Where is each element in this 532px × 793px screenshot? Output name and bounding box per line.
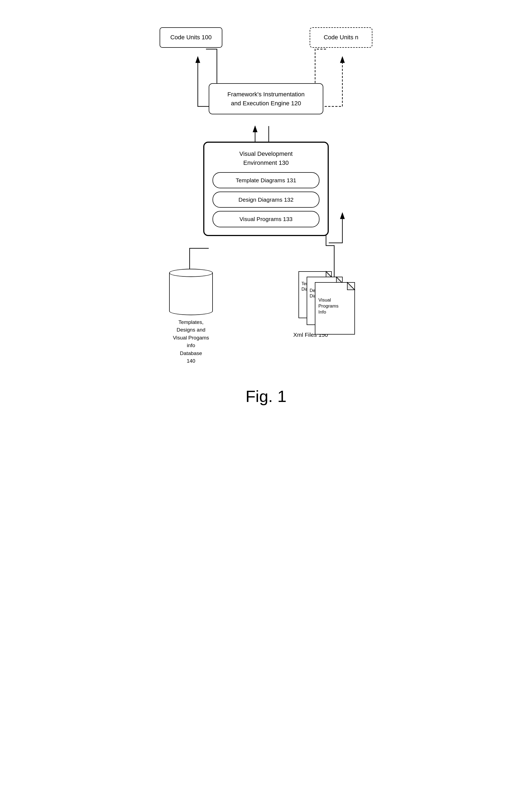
xml-files-container: Tem Diagra Design Diagrams Visual — [285, 269, 373, 338]
vde-title: Visual Development Environment 130 — [212, 149, 320, 167]
code-units-n-box: Code Units n — [310, 27, 373, 48]
db-body — [169, 273, 213, 311]
template-diagrams-box: Template Diagrams 131 — [212, 172, 320, 188]
top-row: Code Units 100 Code Units n — [159, 27, 373, 48]
design-diagrams-box: Design Diagrams 132 — [212, 192, 320, 208]
visual-programs-label: Visual Programs 133 — [240, 216, 293, 222]
code-units-n-label: Code Units n — [324, 34, 358, 41]
template-diagrams-label: Template Diagrams 131 — [236, 177, 296, 183]
framework-label: Framework's Instrumentation and Executio… — [228, 91, 305, 107]
code-units-100-box: Code Units 100 — [159, 27, 222, 48]
framework-box: Framework's Instrumentation and Executio… — [209, 83, 323, 114]
diagram-container: Code Units 100 Code Units n Framework's … — [143, 16, 389, 406]
database-container: Templates, Designs and Visual Progams in… — [159, 269, 222, 365]
db-top-ellipse — [169, 269, 213, 277]
figure-label: Fig. 1 — [246, 387, 286, 406]
svg-text:Visual: Visual — [318, 298, 331, 303]
code-units-100-label: Code Units 100 — [170, 34, 212, 41]
xml-docs-stack: Tem Diagra Design Diagrams Visual — [296, 269, 367, 329]
bottom-row: Templates, Designs and Visual Progams in… — [159, 269, 373, 365]
database-cylinder — [169, 269, 213, 315]
design-diagrams-label: Design Diagrams 132 — [239, 196, 293, 203]
svg-text:Info: Info — [318, 309, 326, 315]
doc3-shape: Visual Programs Info — [312, 280, 383, 342]
svg-text:Programs: Programs — [318, 303, 339, 309]
vde-box: Visual Development Environment 130 Templ… — [203, 141, 329, 236]
visual-programs-box: Visual Programs 133 — [212, 211, 320, 227]
database-label: Templates, Designs and Visual Progams in… — [173, 318, 209, 365]
